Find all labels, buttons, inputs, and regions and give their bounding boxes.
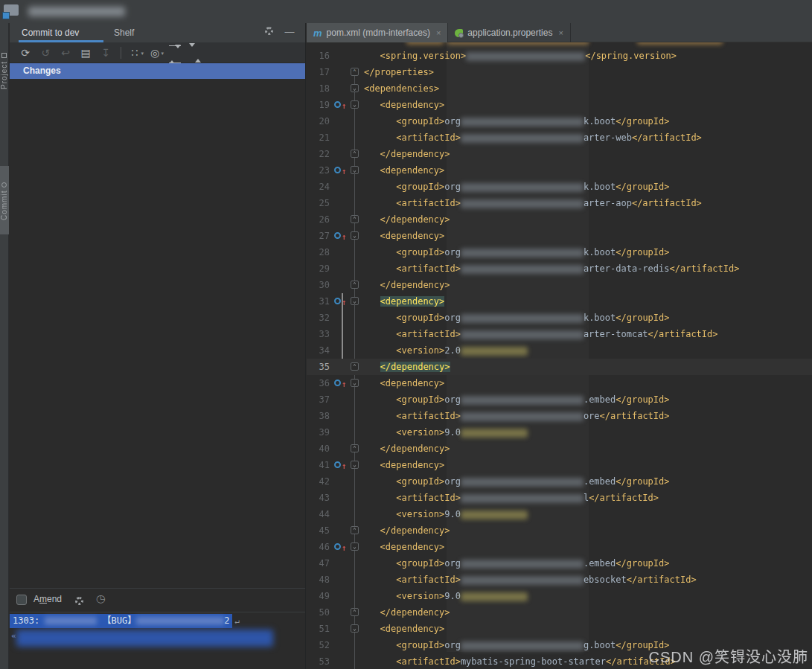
code-line-26[interactable]: 26⌃</dependency>: [307, 211, 812, 228]
fold-marker-end[interactable]: ⌃: [351, 444, 359, 452]
fold-marker-start[interactable]: ⌄: [351, 297, 359, 305]
tab-application-properties[interactable]: application.properties ×: [448, 23, 571, 42]
code-line-42[interactable]: 42<groupId>org.embed</groupId>: [307, 473, 812, 490]
changes-node[interactable]: Changes: [10, 63, 305, 79]
code-line-44[interactable]: 44<version>9.0: [307, 506, 812, 522]
code-line-45[interactable]: 45⌃</dependency>: [307, 522, 812, 539]
amend-checkbox[interactable]: [16, 595, 27, 605]
dependency-gutter-icon[interactable]: ↑: [334, 100, 348, 109]
group-by-icon[interactable]: ∷▾: [127, 45, 143, 60]
code-line-32[interactable]: 32<groupId>orgk.boot</groupId>: [307, 310, 812, 326]
code-line-43[interactable]: 43<artifactId>l</artifactId>: [307, 490, 812, 506]
code-text: <dependency>: [380, 621, 445, 637]
fold-marker-end[interactable]: ⌃: [351, 150, 359, 158]
code-line-20[interactable]: 20<groupId>orgk.boot</groupId>: [307, 113, 812, 129]
code-line-15[interactable]: 15: [307, 42, 812, 48]
stripe-item-commit[interactable]: Commit: [0, 166, 9, 234]
code-line-36[interactable]: 36↑⌄<dependency>: [307, 375, 812, 391]
redacted-code-segment: [461, 118, 584, 127]
fold-marker-end[interactable]: ⌃: [351, 526, 359, 534]
xml-tag: </artifactId>: [600, 411, 670, 421]
commit-settings-gear-icon[interactable]: [262, 26, 275, 37]
xml-text: org: [444, 558, 461, 569]
code-line-29[interactable]: 29<artifactId>arter-data-redis</artifact…: [307, 260, 812, 277]
code-line-34[interactable]: 34<version>2.0: [307, 342, 812, 359]
code-editor[interactable]: 1516<spring.version></spring.version>17⌃…: [307, 42, 812, 669]
expand-all-icon[interactable]: [167, 45, 183, 60]
preview-diff-icon[interactable]: ◎▾: [147, 45, 163, 60]
close-tab-icon[interactable]: ×: [557, 28, 563, 37]
fold-marker-end[interactable]: ⌃: [351, 281, 359, 289]
code-line-33[interactable]: 33<artifactId>arter-tomcat</artifactId>: [307, 326, 812, 342]
code-line-19[interactable]: 19↑⌄<dependency>: [307, 97, 812, 113]
fold-marker-start[interactable]: ⌄: [351, 542, 359, 551]
commit-options-gear-icon[interactable]: [75, 595, 83, 608]
code-line-41[interactable]: 41↑⌄<dependency>: [307, 457, 812, 473]
code-text: <artifactId>arter-aop</artifactId>: [396, 195, 702, 211]
code-line-51[interactable]: 51⌄<dependency>: [307, 621, 812, 637]
dependency-gutter-icon[interactable]: ↑: [334, 379, 348, 388]
code-line-48[interactable]: 48<artifactId>ebsocket</artifactId>: [307, 572, 812, 588]
dependency-gutter-icon[interactable]: ↑: [334, 542, 348, 551]
code-line-25[interactable]: 25<artifactId>arter-aop</artifactId>: [307, 195, 812, 211]
show-diff-icon[interactable]: ▤: [77, 45, 94, 60]
fold-marker-end[interactable]: ⌃: [351, 362, 359, 371]
redacted-code-segment: [461, 134, 584, 143]
hide-tool-window-icon[interactable]: —: [283, 26, 296, 37]
tab-shelf[interactable]: Shelf: [114, 23, 134, 42]
fold-marker-end[interactable]: ⌃: [351, 608, 359, 616]
code-text: <dependency>: [380, 228, 445, 244]
fold-marker-start[interactable]: ⌄: [351, 461, 359, 469]
code-line-50[interactable]: 50⌃</dependency>: [307, 604, 812, 621]
commit-icon: [2, 182, 7, 188]
code-line-23[interactable]: 23↑⌄<dependency>: [307, 162, 812, 179]
commit-toolbar: ⟳↺↩▤↧∷▾◎▾: [10, 42, 305, 63]
close-tab-icon[interactable]: ×: [435, 28, 441, 37]
collapse-all-icon[interactable]: [187, 45, 203, 60]
fold-marker-start[interactable]: ⌄: [351, 231, 359, 240]
fold-marker-end[interactable]: ⌃: [351, 215, 359, 223]
code-line-38[interactable]: 38<artifactId>ore</artifactId>: [307, 408, 812, 424]
code-line-47[interactable]: 47<groupId>org.embed</groupId>: [307, 555, 812, 572]
code-line-24[interactable]: 24<groupId>orgk.boot</groupId>: [307, 179, 812, 195]
code-line-21[interactable]: 21<artifactId>arter-web</artifactId>: [307, 129, 812, 146]
dependency-gutter-icon[interactable]: ↑: [334, 297, 348, 306]
amend-label[interactable]: Amend: [33, 594, 62, 604]
shelve-silently-icon: ↧: [97, 45, 114, 60]
stripe-item-project[interactable]: Project: [0, 41, 9, 99]
code-line-37[interactable]: 37<groupId>org.embed</groupId>: [307, 391, 812, 408]
code-line-28[interactable]: 28<groupId>orgk.boot</groupId>: [307, 244, 812, 260]
commit-message-editor[interactable]: 1303: 【BUG】2↵ «: [10, 612, 305, 669]
redacted-code-segment: [447, 42, 589, 45]
dependency-gutter-icon[interactable]: ↑: [334, 461, 348, 470]
code-line-49[interactable]: 49<version>9.0: [307, 588, 812, 604]
tab-pom-xml[interactable]: m pom.xml (mdm-interfaces) ×: [307, 23, 448, 42]
code-line-27[interactable]: 27↑⌄<dependency>: [307, 228, 812, 244]
code-line-39[interactable]: 39<version>9.0: [307, 424, 812, 441]
code-line-18[interactable]: 18⌄<dependencies>: [307, 80, 812, 97]
code-line-30[interactable]: 30⌃</dependency>: [307, 277, 812, 293]
xml-tag: <artifactId>: [396, 198, 461, 208]
code-line-22[interactable]: 22⌃</dependency>: [307, 146, 812, 162]
code-line-35[interactable]: 35⌃</dependency>: [307, 359, 812, 375]
code-line-46[interactable]: 46↑⌄<dependency>: [307, 539, 812, 555]
code-line-31[interactable]: 31↑⌄<dependency>: [307, 293, 812, 310]
fold-marker-start[interactable]: ⌄: [351, 166, 359, 174]
dependency-gutter-icon[interactable]: ↑: [334, 231, 348, 240]
fold-marker-start[interactable]: ⌄: [351, 379, 359, 387]
fold-marker-start[interactable]: ⌄: [351, 84, 359, 92]
xml-tag: </groupId>: [616, 247, 669, 257]
redacted-code-segment: [461, 592, 528, 601]
refresh-icon[interactable]: ⟳: [17, 45, 33, 60]
commit-message-line1[interactable]: 1303: 【BUG】2↵: [10, 614, 240, 628]
code-line-17[interactable]: 17⌃</properties>: [307, 64, 812, 80]
redacted-code-segment: [461, 249, 584, 257]
dependency-gutter-icon[interactable]: ↑: [334, 166, 348, 175]
fold-marker-end[interactable]: ⌃: [351, 68, 359, 76]
fold-marker-start[interactable]: ⌄: [351, 100, 359, 109]
message-history-icon[interactable]: ◷: [96, 592, 105, 604]
xml-tag: </artifactId>: [632, 198, 702, 208]
fold-marker-start[interactable]: ⌄: [351, 624, 359, 633]
code-line-16[interactable]: 16<spring.version></spring.version>: [307, 48, 812, 64]
code-line-40[interactable]: 40⌃</dependency>: [307, 441, 812, 457]
